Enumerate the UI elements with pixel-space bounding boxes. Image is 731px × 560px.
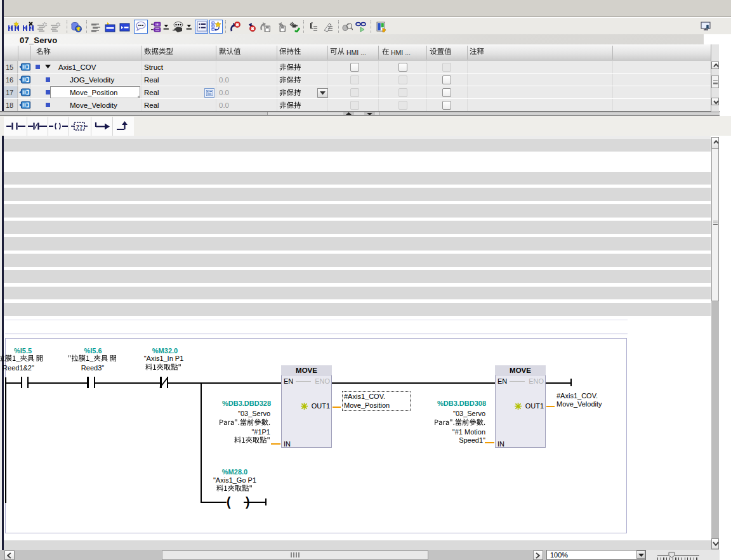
svg-text:??: ?? — [76, 124, 83, 130]
